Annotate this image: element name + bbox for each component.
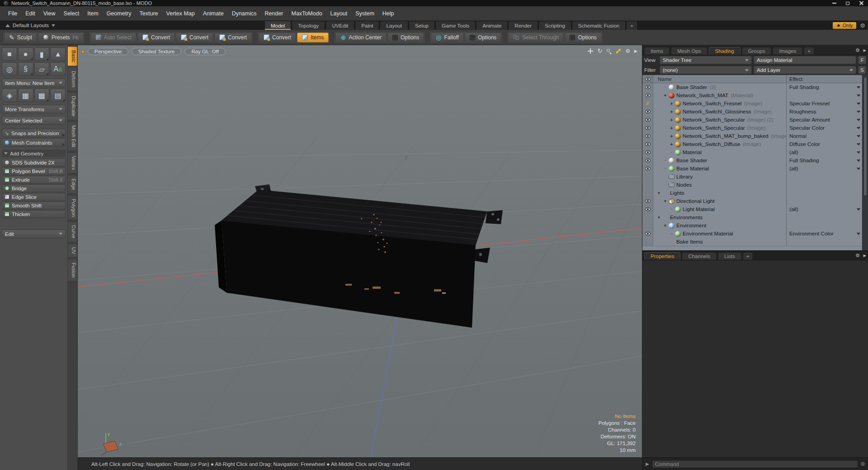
expander-plus-icon[interactable]: + xyxy=(669,109,675,114)
edit-dropdown[interactable]: Edit xyxy=(2,230,66,238)
options-button[interactable]: Options xyxy=(565,33,601,42)
tool-tab-edge[interactable]: Edge xyxy=(68,175,77,194)
eye-icon[interactable] xyxy=(645,167,651,170)
transform-gizmo-icon[interactable]: ◈ xyxy=(2,89,17,102)
expander-down-icon[interactable]: ▼ xyxy=(662,94,668,98)
eye-icon[interactable] xyxy=(645,126,651,130)
effect-cell[interactable]: (all) xyxy=(786,205,862,213)
visibility-cell[interactable] xyxy=(642,124,653,132)
eye-icon[interactable] xyxy=(645,134,651,138)
f-button[interactable]: F xyxy=(858,56,866,64)
layout-tab-paint[interactable]: Paint xyxy=(355,21,379,30)
menu-dynamics[interactable]: Dynamics xyxy=(228,6,261,20)
expander-dot-icon[interactable]: ▪ xyxy=(669,151,675,154)
visibility-cell[interactable] xyxy=(642,230,653,238)
texture-checker-cube-icon[interactable]: ▩ xyxy=(34,89,50,102)
menu-render[interactable]: Render xyxy=(261,6,288,20)
menu-vertex-map[interactable]: Vertex Map xyxy=(162,6,199,20)
effect-column-header[interactable]: Effect xyxy=(786,75,862,83)
command-flyout-icon[interactable]: ▶ xyxy=(646,461,649,466)
bottom-tab-channels[interactable]: Channels xyxy=(682,252,717,260)
visibility-cell[interactable] xyxy=(642,132,653,140)
layout-tab-setup[interactable]: Setup xyxy=(409,21,435,30)
eye-icon[interactable] xyxy=(645,159,651,162)
layout-tab-render[interactable]: Render xyxy=(508,21,538,30)
visibility-cell[interactable]: ✐ xyxy=(642,99,653,108)
tree-scrollbar-thumb[interactable] xyxy=(863,77,867,196)
tree-row-base-material-10[interactable]: ▪Base Material(all) xyxy=(642,164,868,173)
eye-icon[interactable] xyxy=(645,94,651,97)
effect-dropdown-icon[interactable] xyxy=(857,143,860,146)
rotate-icon[interactable]: ↻ xyxy=(597,47,602,54)
maximize-button[interactable] xyxy=(841,0,854,6)
pan-icon[interactable] xyxy=(588,48,593,54)
bottom-tab-add[interactable]: + xyxy=(743,252,753,260)
s-button[interactable]: S xyxy=(858,66,866,74)
paint-brush-icon[interactable]: ✐ xyxy=(646,101,650,106)
effect-dropdown-icon[interactable] xyxy=(857,168,860,170)
polygon-bevel-button[interactable]: Polygon BevelShift-B xyxy=(2,167,66,175)
visibility-cell[interactable] xyxy=(642,140,653,148)
tool-tab-polygon[interactable]: Polygon xyxy=(68,195,77,221)
pen-polygon-icon[interactable]: ▱ xyxy=(34,62,50,76)
viewport-scene[interactable]: z xyxy=(78,45,642,457)
view-mode-dropdown[interactable]: Shader Tree xyxy=(660,56,752,64)
tree-row-base-shader-0[interactable]: ▪Base Shader(2)Full Shading xyxy=(642,83,868,91)
expander-dot-icon[interactable]: ▪ xyxy=(662,167,668,170)
visibility-cell[interactable] xyxy=(642,181,653,189)
menu-item[interactable]: Item xyxy=(83,6,102,20)
center-selected-dropdown[interactable]: Center Selected xyxy=(2,116,66,125)
effect-cell[interactable] xyxy=(786,189,862,197)
eye-icon[interactable] xyxy=(645,232,651,235)
visibility-cell[interactable] xyxy=(642,238,653,246)
visibility-cell[interactable] xyxy=(642,213,653,221)
eye-icon[interactable] xyxy=(645,85,651,89)
viewport-shading-button[interactable]: Shaded Texture xyxy=(132,48,181,55)
close-button[interactable] xyxy=(854,0,868,6)
expander-down-icon[interactable]: ▼ xyxy=(656,216,662,220)
tree-row-network-switchl-glossiness-3[interactable]: +Network_Switchl_Glossiness(Image)Roughn… xyxy=(642,108,868,116)
eye-icon[interactable] xyxy=(645,110,651,113)
add-geometry-section-header[interactable]: Add Geometry xyxy=(2,150,66,157)
tool-tab-vertex[interactable]: Vertex xyxy=(68,152,77,174)
visibility-cell[interactable] xyxy=(642,83,653,91)
cone-primitive-icon[interactable]: ▲ xyxy=(50,47,66,61)
tool-tab-curve[interactable]: Curve xyxy=(68,221,77,242)
panel-gear-icon[interactable]: ⚙ xyxy=(855,47,860,53)
expander-down-icon[interactable]: ▼ xyxy=(662,224,668,228)
effect-dropdown-icon[interactable] xyxy=(857,208,860,211)
tree-row-material-8[interactable]: ▪Material(all) xyxy=(642,148,868,156)
tree-row-nodes-12[interactable]: Nodes xyxy=(642,181,868,189)
tree-row-bake-items-19[interactable]: Bake Items xyxy=(642,238,868,246)
panel-tab-images[interactable]: Images xyxy=(773,47,802,55)
expander-plus-icon[interactable]: + xyxy=(669,125,675,131)
options-button[interactable]: Options xyxy=(465,33,501,42)
tree-row-network-switch-diffuse-7[interactable]: +Network_Switch_Diffuse(Image)Diffuse Co… xyxy=(642,140,868,148)
eye-icon[interactable] xyxy=(645,199,651,203)
layout-tab-add[interactable]: + xyxy=(626,21,637,30)
layout-tab-scripting[interactable]: Scripting xyxy=(538,21,571,30)
menu-edit[interactable]: Edit xyxy=(21,6,39,20)
cube-primitive-icon[interactable]: ■ xyxy=(2,47,17,61)
panel-tab-shading[interactable]: Shading xyxy=(709,47,741,55)
effect-cell[interactable] xyxy=(786,213,862,221)
expander-dot-icon[interactable]: ▪ xyxy=(669,232,675,235)
minimize-button[interactable] xyxy=(827,0,841,6)
effect-dropdown-icon[interactable] xyxy=(857,135,860,137)
add-layer-dropdown[interactable]: Add Layer xyxy=(754,66,856,74)
tree-row-library-11[interactable]: Library xyxy=(642,173,868,181)
visibility-cell[interactable] xyxy=(642,91,653,99)
panel-tab-add[interactable]: + xyxy=(804,47,814,55)
sculpt-button[interactable]: ✎Sculpt xyxy=(4,33,37,42)
expander-plus-icon[interactable]: + xyxy=(669,141,675,147)
expander-dot-icon[interactable]: ▪ xyxy=(669,208,675,211)
more-transforms-dropdown[interactable]: More Transforms xyxy=(2,105,66,113)
effect-cell[interactable]: (all) xyxy=(786,164,862,173)
tool-tab-uv[interactable]: UV xyxy=(68,244,77,258)
tree-row-network-switch-specular-5[interactable]: +Network_Switch_Specular(Image)Specular … xyxy=(642,124,868,132)
tree-scrollbar[interactable] xyxy=(862,75,868,250)
falloff-button[interactable]: ◎Falloff xyxy=(431,33,464,42)
layout-tab-schematic-fusion[interactable]: Schematic Fusion xyxy=(572,21,626,30)
expander-plus-icon[interactable]: + xyxy=(669,117,675,122)
menu-view[interactable]: View xyxy=(39,6,60,20)
